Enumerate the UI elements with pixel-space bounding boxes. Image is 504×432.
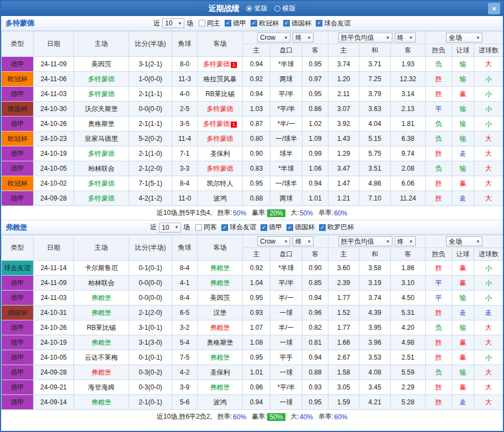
- result-goals: 大: [474, 146, 503, 161]
- match-date: 24-11-09: [34, 57, 74, 72]
- bookmaker-select[interactable]: Crow▼: [257, 236, 290, 246]
- team-name: 弗赖堡: [210, 383, 230, 391]
- odds-average-select[interactable]: 胜平负均值▼: [338, 33, 392, 43]
- team-name: 卡尔斯鲁厄: [85, 264, 118, 272]
- team-name: 美因茨: [210, 294, 230, 302]
- away-team: 美因茨: [198, 291, 243, 305]
- ah-away-odds: 0.95: [303, 57, 328, 72]
- filter-checkbox[interactable]: ✓德国杯: [283, 19, 311, 28]
- result-wdl: 胜: [426, 176, 452, 191]
- match-date: 24-10-02: [34, 176, 74, 191]
- filter-checkbox[interactable]: ✓德国杯: [287, 223, 315, 232]
- chevron-down-icon: ▼: [476, 239, 480, 244]
- summary-stat-value: 40%: [300, 413, 313, 421]
- filter-checkbox[interactable]: ✓德甲: [225, 19, 246, 28]
- odds-away: 5.59: [391, 365, 426, 380]
- radio-vertical-label: 竖版: [254, 4, 268, 13]
- corner-score: 11-3: [172, 72, 198, 87]
- team-name: 柏林联合: [88, 165, 115, 172]
- ah-away-odds: 0.93: [303, 380, 328, 395]
- competition-filter-checkboxes: 同客✓球会友谊✓德甲✓德国杯✓欧罗巴杯: [195, 223, 354, 232]
- team-title: 多特蒙德: [6, 18, 34, 28]
- filter-checkbox[interactable]: ✓球会友谊: [221, 223, 256, 232]
- ah-final-select[interactable]: 终▼: [293, 236, 314, 246]
- odds-final-select[interactable]: 终▼: [395, 236, 416, 246]
- odds-away: 3.14: [391, 87, 426, 102]
- away-team: 弗赖堡: [198, 320, 243, 335]
- match-row: 德甲24-10-05云达不莱梅0-1(0-1)7-5弗赖堡0.95平手0.942…: [2, 350, 503, 365]
- match-row: 德甲24-09-21海登海姆0-3(0-0)3-9弗赖堡0.96*平/半0.93…: [2, 380, 503, 395]
- team-name: 奥格斯堡: [207, 339, 234, 346]
- filter-checkbox[interactable]: ✓欧罗巴杯: [319, 223, 354, 232]
- result-goals: 大: [474, 365, 503, 380]
- chevron-down-icon: ▼: [386, 35, 390, 40]
- odds-draw: 4.08: [359, 365, 391, 380]
- bookmaker-select[interactable]: Crow▼: [257, 33, 290, 43]
- ah-line: 平手: [270, 350, 303, 365]
- odds-draw: 4.86: [359, 176, 391, 191]
- result-handicap: 走: [452, 305, 474, 320]
- match-date: 24-09-28: [34, 365, 74, 380]
- filter-checkbox[interactable]: 同主: [199, 19, 220, 28]
- home-team: 多特蒙德: [74, 146, 129, 161]
- ah-away-odds: 0.82: [303, 320, 328, 335]
- team-section-freiburg: 弗赖堡 近 10 ▼ 场 同客✓球会友谊✓德甲✓德国杯✓欧罗巴杯 类型: [1, 220, 503, 424]
- result-wdl: 负: [426, 161, 452, 176]
- full-match-select[interactable]: 全场▼: [446, 33, 482, 43]
- result-handicap: 输: [452, 161, 474, 176]
- result-wdl: 胜: [426, 395, 452, 410]
- checkbox-checked-icon: ✓: [261, 224, 267, 231]
- match-row: 德甲24-09-28多特蒙德4-2(1-2)11-0波鸿0.88两球1.011.…: [2, 191, 503, 206]
- ah-home-odds: 0.94: [243, 57, 270, 72]
- corner-score: 8-4: [172, 176, 198, 191]
- filter-checkbox[interactable]: ✓德甲: [261, 223, 282, 232]
- home-team: 卡尔斯鲁厄: [74, 261, 129, 276]
- col-home: 主场: [74, 235, 129, 261]
- filter-checkbox-label: 德国杯: [291, 19, 311, 28]
- match-count-select[interactable]: 10 ▼: [162, 18, 184, 28]
- ah-line: *半球: [270, 57, 303, 72]
- team-name: 弗赖堡: [210, 279, 230, 287]
- close-button[interactable]: ×: [488, 3, 500, 14]
- ah-line: 一球: [270, 305, 303, 320]
- radio-horizontal-layout[interactable]: 横版: [274, 4, 296, 13]
- near-label: 近: [153, 19, 160, 28]
- col-result-goals: 进球数: [474, 44, 503, 57]
- team-name: 云达不莱梅: [85, 354, 118, 361]
- result-handicap: 赢: [452, 335, 474, 350]
- ah-line: 一球: [270, 335, 303, 350]
- odds-group-header: 胜平负均值▼ 终▼: [328, 31, 426, 44]
- corner-score: 8-0: [172, 57, 198, 72]
- odds-draw: 3.95: [359, 320, 391, 335]
- filter-checkbox[interactable]: 同客: [195, 223, 217, 232]
- match-date: 24-10-05: [34, 350, 74, 365]
- odds-home: 1.66: [328, 335, 359, 350]
- ah-away-odds: 0.99: [303, 146, 328, 161]
- red-card-badge: 1: [231, 62, 237, 68]
- odds-final-select[interactable]: 终▼: [395, 33, 416, 43]
- ah-final-select-value: 终: [295, 237, 302, 246]
- home-team: 云达不莱梅: [74, 350, 129, 365]
- match-count-select[interactable]: 10 ▼: [159, 223, 181, 233]
- odds-average-select[interactable]: 胜平负均值▼: [338, 236, 392, 246]
- team-name: 弗赖堡: [92, 294, 112, 302]
- ah-group-header: Crow▼ 终▼: [243, 235, 328, 248]
- result-goals: 小: [474, 72, 503, 87]
- ah-home-odds: 0.96: [243, 380, 270, 395]
- match-score: 5-2(0-2): [129, 131, 172, 146]
- ah-line: *平/半: [270, 380, 303, 395]
- ah-final-select[interactable]: 终▼: [293, 33, 314, 43]
- full-match-select[interactable]: 全场▼: [446, 236, 482, 246]
- home-team: 沃尔夫斯堡: [74, 102, 129, 117]
- league-badge: 德甲: [2, 161, 34, 176]
- col-score: 比分(半场): [129, 235, 172, 261]
- league-badge: 德甲: [2, 291, 34, 305]
- radio-vertical-layout[interactable]: 竖版: [246, 4, 268, 13]
- odds-home: 3.47: [328, 161, 359, 176]
- filter-checkbox[interactable]: ✓欧冠杯: [251, 19, 279, 28]
- checkbox-unchecked-icon: [195, 224, 202, 231]
- filter-checkbox[interactable]: ✓球会友谊: [316, 19, 351, 28]
- team-name: 弗赖堡: [210, 324, 230, 331]
- odds-draw: 3.63: [359, 102, 391, 117]
- odds-away: 11.24: [391, 191, 426, 206]
